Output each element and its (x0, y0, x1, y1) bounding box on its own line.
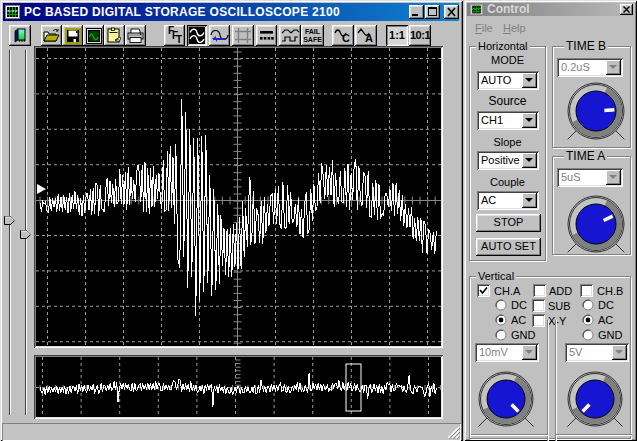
svg-text:A: A (365, 32, 373, 44)
svg-text:C: C (342, 32, 350, 44)
